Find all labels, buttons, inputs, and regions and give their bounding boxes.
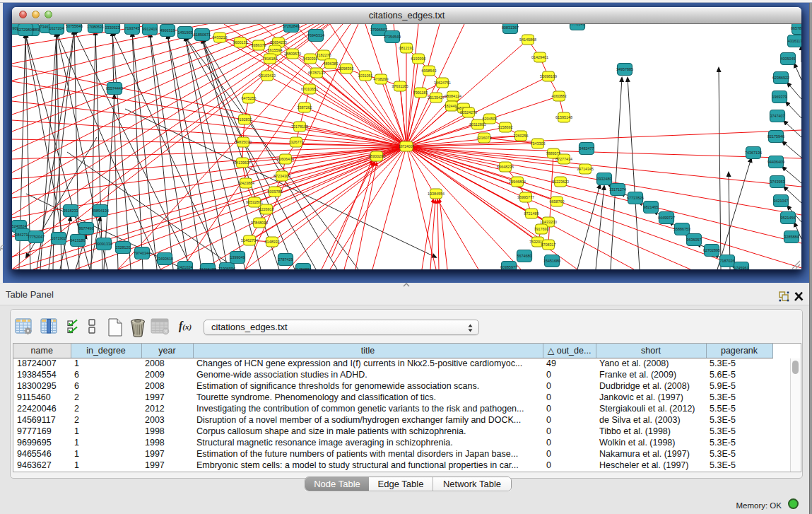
svg-text:72423884: 72423884 bbox=[237, 181, 254, 185]
svg-text:64835030: 64835030 bbox=[235, 140, 252, 144]
svg-text:18724007: 18724007 bbox=[399, 144, 414, 148]
svg-text:2421024: 2421024 bbox=[178, 265, 193, 269]
svg-text:7991183: 7991183 bbox=[413, 90, 428, 95]
svg-text:4316117: 4316117 bbox=[788, 39, 801, 43]
svg-text:82175946: 82175946 bbox=[767, 134, 784, 139]
svg-text:74367136: 74367136 bbox=[745, 151, 762, 155]
svg-text:3482477: 3482477 bbox=[579, 146, 594, 151]
svg-text:3747407: 3747407 bbox=[770, 114, 785, 118]
svg-text:6204505: 6204505 bbox=[483, 117, 498, 121]
svg-text:62386922: 62386922 bbox=[772, 76, 789, 80]
svg-text:7543303: 7543303 bbox=[531, 141, 546, 146]
svg-text:02654235: 02654235 bbox=[270, 40, 287, 45]
svg-text:3285884: 3285884 bbox=[784, 235, 799, 239]
svg-text:6475255: 6475255 bbox=[242, 96, 257, 100]
svg-text:73178108: 73178108 bbox=[291, 124, 308, 129]
svg-text:1671902: 1671902 bbox=[52, 236, 66, 240]
svg-text:1326773: 1326773 bbox=[289, 140, 304, 144]
svg-text:67737826: 67737826 bbox=[627, 196, 644, 200]
svg-text:8721489: 8721489 bbox=[524, 211, 539, 216]
svg-text:6658760: 6658760 bbox=[550, 199, 565, 204]
svg-text:3387262: 3387262 bbox=[298, 105, 312, 110]
svg-text:87234309: 87234309 bbox=[273, 174, 290, 178]
svg-text:8677496: 8677496 bbox=[79, 226, 94, 230]
svg-text:62729806: 62729806 bbox=[17, 28, 34, 32]
svg-text:6193990: 6193990 bbox=[411, 57, 426, 61]
svg-text:17080531: 17080531 bbox=[87, 25, 104, 29]
svg-text:61595148: 61595148 bbox=[555, 115, 572, 119]
svg-text:4738299: 4738299 bbox=[374, 77, 389, 81]
svg-text:1399049: 1399049 bbox=[230, 255, 245, 259]
svg-text:6998543: 6998543 bbox=[422, 69, 437, 73]
svg-text:53755646: 53755646 bbox=[66, 24, 83, 28]
svg-text:0812191: 0812191 bbox=[399, 46, 414, 50]
svg-text:62702895: 62702895 bbox=[703, 248, 720, 252]
svg-text:79740344: 79740344 bbox=[134, 251, 151, 255]
svg-text:37631165: 37631165 bbox=[392, 84, 408, 88]
svg-text:9912419: 9912419 bbox=[143, 27, 158, 31]
svg-text:1031051: 1031051 bbox=[358, 74, 373, 78]
svg-text:85574443: 85574443 bbox=[106, 86, 123, 90]
svg-text:2787429: 2787429 bbox=[278, 257, 293, 262]
svg-text:76945314: 76945314 bbox=[307, 33, 324, 37]
svg-text:4192832: 4192832 bbox=[237, 117, 252, 122]
svg-text:57262849: 57262849 bbox=[283, 24, 300, 28]
svg-text:9636057: 9636057 bbox=[687, 238, 702, 242]
svg-text:18300295: 18300295 bbox=[368, 154, 385, 158]
svg-text:99091334: 99091334 bbox=[95, 242, 112, 246]
svg-text:5430391: 5430391 bbox=[303, 57, 318, 61]
svg-text:1226916: 1226916 bbox=[259, 207, 274, 211]
svg-text:7770143: 7770143 bbox=[570, 24, 585, 26]
svg-text:3158692: 3158692 bbox=[498, 125, 513, 129]
svg-text:9521456: 9521456 bbox=[781, 216, 796, 220]
svg-text:0932480: 0932480 bbox=[597, 177, 612, 181]
svg-text:49894134: 49894134 bbox=[92, 209, 109, 213]
svg-text:81223623: 81223623 bbox=[552, 180, 569, 184]
svg-text:13433200: 13433200 bbox=[540, 220, 557, 224]
svg-text:15451680: 15451680 bbox=[543, 259, 560, 263]
svg-text:9821465: 9821465 bbox=[644, 205, 659, 209]
svg-text:51462704: 51462704 bbox=[241, 238, 258, 243]
svg-text:1615594: 1615594 bbox=[268, 48, 283, 52]
svg-text:7182278: 7182278 bbox=[317, 53, 331, 57]
svg-text:55886753: 55886753 bbox=[673, 227, 690, 231]
svg-text:00524278: 00524278 bbox=[460, 110, 477, 115]
svg-text:13493618: 13493618 bbox=[156, 257, 173, 261]
svg-text:7193745: 7193745 bbox=[125, 26, 140, 30]
svg-text:71756551: 71756551 bbox=[295, 267, 312, 269]
svg-text:64139537: 64139537 bbox=[234, 160, 251, 165]
svg-text:2328120: 2328120 bbox=[116, 245, 131, 250]
svg-text:1745961: 1745961 bbox=[734, 266, 749, 269]
svg-text:4896383: 4896383 bbox=[324, 62, 339, 66]
svg-text:9600133: 9600133 bbox=[233, 40, 248, 45]
svg-text:93103413: 93103413 bbox=[259, 74, 276, 78]
svg-text:13171274: 13171274 bbox=[609, 187, 626, 192]
svg-text:19384554: 19384554 bbox=[428, 192, 445, 196]
svg-text:9413186: 9413186 bbox=[71, 238, 86, 243]
svg-text:2260256: 2260256 bbox=[514, 134, 529, 138]
svg-text:4005045: 4005045 bbox=[781, 57, 796, 61]
svg-text:0433218: 0433218 bbox=[213, 35, 228, 40]
svg-text:4216073: 4216073 bbox=[477, 136, 492, 140]
svg-text:7187026: 7187026 bbox=[720, 259, 735, 263]
svg-text:97848018: 97848018 bbox=[251, 221, 268, 225]
svg-text:94406409: 94406409 bbox=[767, 160, 784, 164]
svg-text:8708317: 8708317 bbox=[541, 243, 556, 247]
svg-text:3518233: 3518233 bbox=[64, 209, 78, 213]
svg-text:51850671: 51850671 bbox=[194, 33, 211, 37]
svg-text:80831367: 80831367 bbox=[502, 25, 519, 30]
svg-text:34957885: 34957885 bbox=[616, 67, 633, 71]
svg-text:86578091: 86578091 bbox=[791, 26, 801, 30]
svg-text:34714345: 34714345 bbox=[577, 167, 594, 171]
svg-text:4966319: 4966319 bbox=[160, 28, 175, 33]
svg-text:65787133: 65787133 bbox=[308, 71, 325, 75]
svg-text:34624751: 34624751 bbox=[434, 81, 451, 85]
svg-text:27354549: 27354549 bbox=[384, 35, 401, 39]
svg-text:9421047: 9421047 bbox=[774, 199, 789, 203]
svg-text:01429401: 01429401 bbox=[531, 55, 548, 59]
svg-text:28809570: 28809570 bbox=[284, 52, 301, 56]
svg-text:71906594: 71906594 bbox=[218, 267, 235, 269]
svg-text:60385977: 60385977 bbox=[500, 265, 517, 269]
svg-text:4060883: 4060883 bbox=[552, 94, 567, 98]
svg-text:67010651: 67010651 bbox=[301, 87, 318, 91]
